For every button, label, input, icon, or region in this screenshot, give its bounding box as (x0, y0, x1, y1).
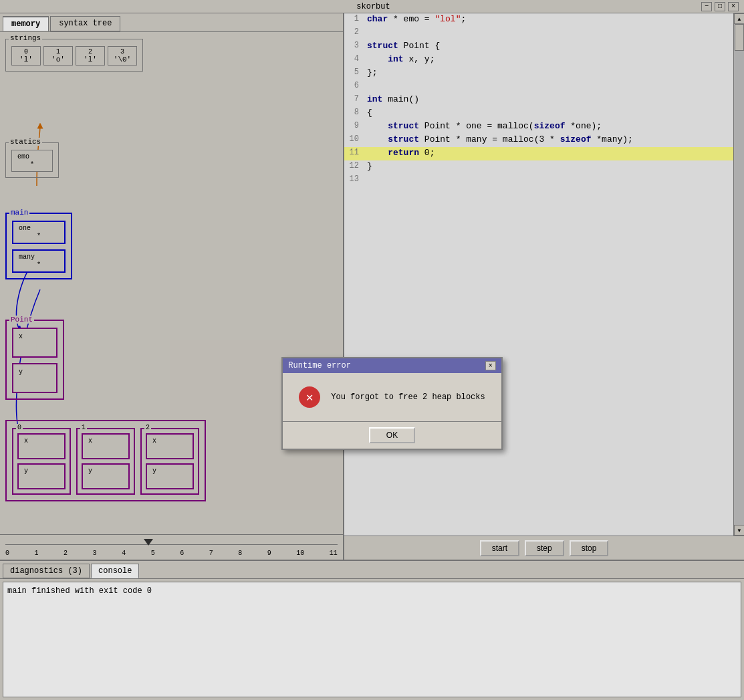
modal-body: ✕ You forgot to free 2 heap blocks (283, 373, 501, 421)
modal-title: Runtime error (288, 361, 351, 370)
modal-footer: OK (283, 421, 501, 449)
runtime-error-modal: Runtime error × ✕ You forgot to free 2 h… (281, 357, 502, 450)
modal-close-button[interactable]: × (485, 361, 496, 370)
error-icon: ✕ (299, 386, 320, 408)
modal-ok-button[interactable]: OK (369, 427, 415, 443)
modal-titlebar: Runtime error × (283, 358, 501, 373)
modal-message: You forgot to free 2 heap blocks (331, 392, 485, 402)
modal-overlay: Runtime error × ✕ You forgot to free 2 h… (0, 0, 744, 700)
